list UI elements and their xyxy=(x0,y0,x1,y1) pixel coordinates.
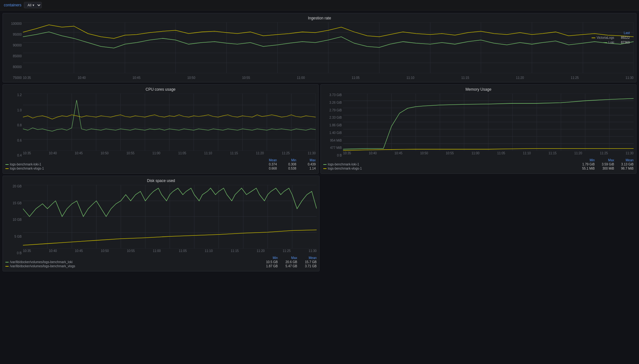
empty-right xyxy=(321,176,636,271)
cpu-chart-area: 1.2 1.0 0.8 0.6 0.4 xyxy=(5,94,316,157)
cpu-stats: Mean Min Max logs-benchmark-loki-1 0.374… xyxy=(5,158,316,170)
middle-row: CPU cores usage 1.2 1.0 0.8 0.6 0.4 xyxy=(3,84,636,174)
cpu-title: CPU cores usage xyxy=(5,87,316,92)
ingestion-legend: Last VictoriaLogs 89222 Loki 87369 xyxy=(592,31,630,44)
cpu-y-axis: 1.2 1.0 0.8 0.6 0.4 xyxy=(5,94,23,157)
memory-svg-container xyxy=(343,94,634,151)
disk-panel: Disk space used 20 GB 15 GB 10 GB 5 GB 0… xyxy=(3,176,320,271)
memory-stat-vlogs: logs-benchmark-vlogs-1 55.1 MiB 300 MiB … xyxy=(323,167,634,170)
containers-select[interactable]: All ▾ xyxy=(24,2,42,8)
top-bar: containers All ▾ xyxy=(0,0,639,10)
disk-x-axis: 10:35 10:40 10:45 10:50 10:55 11:00 11:0… xyxy=(23,249,317,255)
disk-title: Disk space used xyxy=(5,178,317,183)
victorialogs-legend-dot xyxy=(592,38,595,38)
disk-stat-vlogs: /var/lib/docker/volumes/logs-benchmark_v… xyxy=(5,264,317,268)
disk-svg xyxy=(23,185,317,248)
cpu-x-axis: 10:35 10:40 10:45 10:50 10:55 11:00 11:0… xyxy=(23,151,316,157)
ingestion-rate-title: Ingestion rate xyxy=(5,16,634,20)
loki-legend-dot xyxy=(603,42,607,43)
cpu-svg-container xyxy=(23,94,316,151)
ingestion-svg-container xyxy=(23,22,634,73)
bottom-row: Disk space used 20 GB 15 GB 10 GB 5 GB 0… xyxy=(3,176,636,271)
cpu-svg xyxy=(23,94,316,151)
cpu-stat-headers: Mean Min Max xyxy=(5,158,316,162)
cpu-stat-vlogs: logs-benchmark-vlogs-1 0.668 0.538 1.14 xyxy=(5,167,316,170)
disk-svg-container xyxy=(23,185,317,248)
disk-stats: Min Max Mean /var/lib/docker/volumes/log… xyxy=(5,256,317,268)
memory-panel: Memory Usage 3.73 GiB 3.26 GiB 2.79 GiB … xyxy=(320,84,636,174)
memory-y-axis: 3.73 GiB 3.26 GiB 2.79 GiB 2.33 GiB 1.86… xyxy=(323,94,343,157)
disk-stat-loki: /var/lib/docker/volumes/logs-benchmark_l… xyxy=(5,260,317,264)
disk-chart-area: 20 GB 15 GB 10 GB 5 GB 0 B xyxy=(5,185,317,255)
memory-x-axis: 10:35 10:40 10:45 10:50 10:55 11:00 11:0… xyxy=(343,151,634,157)
containers-label: containers xyxy=(4,3,21,7)
ingestion-svg xyxy=(23,22,634,73)
memory-title: Memory Usage xyxy=(323,87,634,92)
ingestion-y-axis: 100000 95000 90000 85000 80000 75000 xyxy=(5,22,23,80)
ingestion-rate-chart: 100000 95000 90000 85000 80000 75000 xyxy=(5,22,634,80)
memory-stat-headers: Min Max Mean xyxy=(323,158,634,162)
ingestion-x-axis: 10:35 10:40 10:45 10:50 10:55 11:00 11:0… xyxy=(23,74,634,80)
cpu-panel: CPU cores usage 1.2 1.0 0.8 0.6 0.4 xyxy=(3,84,319,174)
memory-svg xyxy=(343,94,634,151)
disk-stat-headers: Min Max Mean xyxy=(5,256,317,260)
memory-stats: Min Max Mean logs-benchmark-loki-1 1.79 … xyxy=(323,158,634,170)
disk-y-axis: 20 GB 15 GB 10 GB 5 GB 0 B xyxy=(5,185,23,255)
ingestion-rate-panel: Ingestion rate 100000 95000 90000 85000 … xyxy=(3,13,636,82)
memory-chart-area: 3.73 GiB 3.26 GiB 2.79 GiB 2.33 GiB 1.86… xyxy=(323,94,634,157)
dashboard: Ingestion rate 100000 95000 90000 85000 … xyxy=(0,10,639,274)
memory-stat-loki: logs-benchmark-loki-1 1.79 GiB 3.59 GiB … xyxy=(323,163,634,166)
cpu-stat-loki: logs-benchmark-loki-1 0.374 0.308 0.439 xyxy=(5,163,316,166)
